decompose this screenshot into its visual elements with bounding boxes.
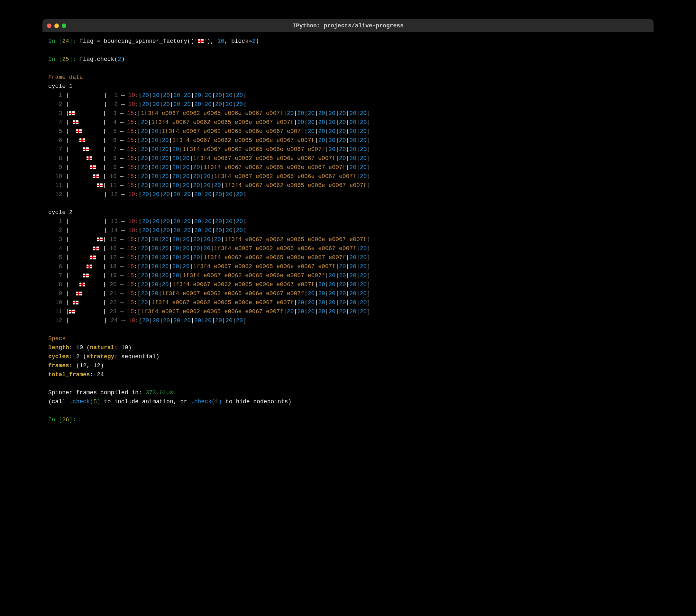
england-flag-icon [93,247,99,250]
titlebar: IPython: projects/alive-progress [43,19,653,32]
england-flag-icon [97,237,102,241]
england-flag-icon [90,256,96,259]
window-title: IPython: projects/alive-progress [43,22,653,29]
terminal-window: IPython: projects/alive-progress In [24]… [43,19,653,437]
england-flag-icon [93,174,99,178]
england-flag-icon [73,301,78,305]
england-flag-icon [90,166,96,169]
england-flag-icon [83,274,89,277]
england-flag-icon [69,310,75,313]
england-flag-icon [73,120,78,124]
england-flag-icon [83,148,89,151]
england-flag-icon [79,282,85,287]
england-flag-icon [198,39,204,43]
england-flag-icon [76,129,82,133]
england-flag-icon [69,111,75,115]
england-flag-icon [86,156,92,160]
terminal-output[interactable]: In [24]: flag = bouncing_spinner_factory… [43,32,653,437]
england-flag-icon [97,183,102,187]
england-flag-icon [86,264,92,268]
england-flag-icon [79,138,85,142]
england-flag-icon [76,292,82,295]
